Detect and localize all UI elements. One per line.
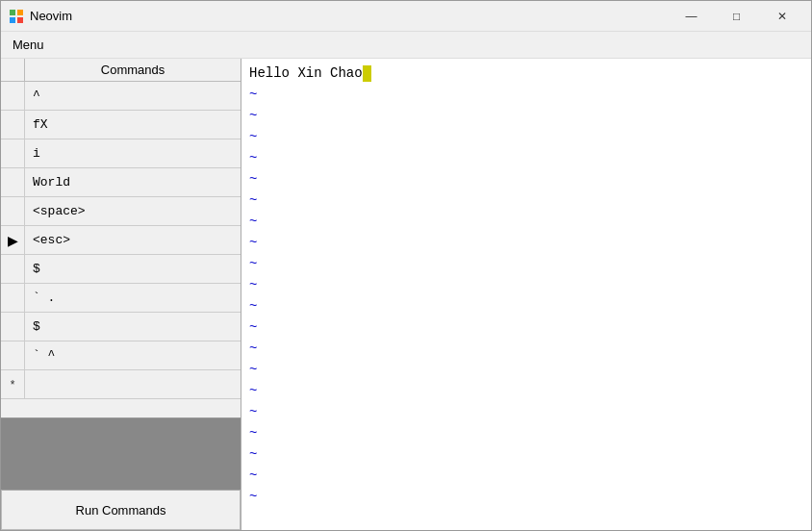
minimize-button[interactable]: — xyxy=(670,3,713,30)
commands-list: ^ fX i World xyxy=(1,82,241,417)
svg-rect-2 xyxy=(10,17,15,23)
editor-tilde-line: ~ xyxy=(249,316,803,338)
menubar: Menu xyxy=(1,32,811,59)
row-marker-active: ▶ xyxy=(1,226,25,254)
window-controls: — □ ✕ xyxy=(670,3,803,30)
svg-rect-1 xyxy=(17,10,23,15)
tilde-char: ~ xyxy=(249,486,261,507)
table-row[interactable]: World xyxy=(1,168,241,197)
table-row[interactable]: ^ xyxy=(1,82,241,111)
row-marker-star: * xyxy=(1,370,25,398)
editor-tilde-line: ~ xyxy=(249,253,803,274)
gray-area xyxy=(1,417,241,490)
editor-tilde-line: ~ xyxy=(249,338,803,359)
tilde-char: ~ xyxy=(249,232,261,253)
tilde-char: ~ xyxy=(249,274,261,295)
row-marker xyxy=(1,197,25,225)
tilde-char: ~ xyxy=(249,316,261,338)
editor-tilde-line: ~ xyxy=(249,380,803,401)
table-row[interactable]: ` ^ xyxy=(1,341,241,370)
left-panel: Commands ^ fX i xyxy=(1,59,241,530)
titlebar: Neovim — □ ✕ xyxy=(1,1,811,32)
table-header: Commands xyxy=(1,59,241,82)
row-command: ^ xyxy=(25,85,241,107)
tilde-char: ~ xyxy=(249,253,261,274)
tilde-char: ~ xyxy=(249,422,261,443)
commands-table: Commands ^ fX i xyxy=(1,59,241,417)
tilde-char: ~ xyxy=(249,401,261,422)
tilde-char: ~ xyxy=(249,190,261,211)
tilde-char: ~ xyxy=(249,443,261,465)
marker-col-header xyxy=(1,59,25,81)
main-content: Commands ^ fX i xyxy=(1,59,811,530)
row-command: ` ^ xyxy=(25,344,241,367)
row-command: i xyxy=(25,142,241,164)
app-icon xyxy=(9,9,24,24)
table-row[interactable]: $ xyxy=(1,255,241,284)
app-title: Neovim xyxy=(30,9,670,23)
editor-tilde-line: ~ xyxy=(249,105,803,126)
row-marker xyxy=(1,284,25,312)
editor-tilde-line: ~ xyxy=(249,168,803,190)
tilde-char: ~ xyxy=(249,211,261,232)
editor-tilde-line: ~ xyxy=(249,126,803,147)
row-marker xyxy=(1,313,25,341)
table-row-active[interactable]: ▶ <esc> xyxy=(1,226,241,255)
table-row-last[interactable]: * xyxy=(1,370,241,399)
row-marker xyxy=(1,82,25,110)
row-command: ` . xyxy=(25,287,241,309)
maximize-button[interactable]: □ xyxy=(715,3,758,30)
editor-tilde-line: ~ xyxy=(249,443,803,465)
editor-tilde-line: ~ xyxy=(249,147,803,168)
row-marker xyxy=(1,139,25,167)
close-button[interactable]: ✕ xyxy=(760,3,803,30)
editor-panel[interactable]: Hello Xin Chao ~ ~ ~ ~ ~ ~ ~ ~ ~ ~ ~ ~ ~… xyxy=(241,59,811,530)
editor-tilde-line: ~ xyxy=(249,486,803,507)
editor-tilde-line: ~ xyxy=(249,295,803,316)
tilde-char: ~ xyxy=(249,147,261,168)
table-row[interactable]: i xyxy=(1,139,241,168)
row-command: $ xyxy=(25,316,241,338)
tilde-char: ~ xyxy=(249,295,261,316)
tilde-char: ~ xyxy=(249,359,261,380)
editor-tilde-line: ~ xyxy=(249,232,803,253)
tilde-char: ~ xyxy=(249,465,261,486)
table-row[interactable]: ` . xyxy=(1,284,241,313)
row-command: <space> xyxy=(25,200,241,222)
table-row[interactable]: <space> xyxy=(1,197,241,226)
run-commands-button[interactable]: Run Commands xyxy=(1,490,241,530)
editor-tilde-line: ~ xyxy=(249,190,803,211)
row-command: World xyxy=(25,171,241,193)
editor-tilde-line: ~ xyxy=(249,359,803,380)
row-marker xyxy=(1,255,25,283)
row-marker xyxy=(1,168,25,196)
editor-tilde-line: ~ xyxy=(249,84,803,105)
tilde-char: ~ xyxy=(249,168,261,190)
row-marker xyxy=(1,111,25,139)
table-row[interactable]: fX xyxy=(1,111,241,139)
tilde-char: ~ xyxy=(249,126,261,147)
row-command: $ xyxy=(25,258,241,280)
row-command xyxy=(25,381,241,389)
app-window: Neovim — □ ✕ Menu Commands xyxy=(0,0,812,531)
editor-content: Hello Xin Chao xyxy=(249,63,363,84)
editor-tilde-line: ~ xyxy=(249,401,803,422)
cursor xyxy=(363,65,371,82)
tilde-char: ~ xyxy=(249,380,261,401)
tilde-char: ~ xyxy=(249,105,261,126)
svg-rect-0 xyxy=(10,10,15,15)
editor-tilde-line: ~ xyxy=(249,422,803,443)
commands-col-header: Commands xyxy=(25,59,241,81)
editor-first-line: Hello Xin Chao xyxy=(249,63,803,84)
row-command: fX xyxy=(25,114,241,136)
editor-tilde-line: ~ xyxy=(249,465,803,486)
table-row[interactable]: $ xyxy=(1,313,241,341)
menu-menu[interactable]: Menu xyxy=(5,35,52,55)
row-command: <esc> xyxy=(25,229,241,251)
tilde-char: ~ xyxy=(249,338,261,359)
editor-tilde-line: ~ xyxy=(249,274,803,295)
tilde-char: ~ xyxy=(249,84,261,105)
editor-tilde-line: ~ xyxy=(249,211,803,232)
row-marker xyxy=(1,341,25,369)
svg-rect-3 xyxy=(17,17,23,23)
